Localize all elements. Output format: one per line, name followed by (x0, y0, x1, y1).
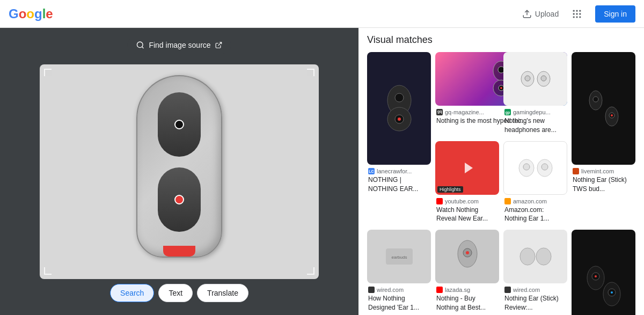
source-favicon (504, 198, 511, 204)
svg-point-1 (576, 10, 578, 11)
product-thumbnail: earbuds (383, 246, 415, 267)
sign-in-button[interactable]: Sign in (595, 5, 635, 23)
visual-matches-title: Visual matches (367, 34, 635, 46)
match-item[interactable]: LC lanecrawfor... NOTHING | NOTHING EAR.… (367, 52, 431, 225)
svg-point-32 (541, 164, 548, 170)
match-item[interactable]: Highlights youtube.com Watch Nothing Rev… (435, 141, 499, 226)
source-favicon (436, 287, 443, 293)
resize-handle-tl[interactable] (44, 69, 52, 76)
matches-grid: LC lanecrawfor... NOTHING | NOTHING EAR.… (367, 52, 635, 315)
match-info: youtube.com Watch Nothing Reveal New Ear… (435, 195, 499, 226)
product-thumbnail (454, 238, 481, 275)
svg-point-14 (398, 118, 401, 121)
source-name: gq-magazine... (445, 109, 484, 115)
source-name: gamingdepu... (513, 109, 551, 115)
match-info: gp gamingdepu... Nothing's new headphone… (503, 106, 567, 137)
svg-point-31 (523, 164, 530, 170)
svg-point-21 (525, 76, 530, 81)
match-title: How Nothing Designed 'Ear 1... (368, 294, 430, 312)
match-item[interactable]: livemint.com Nothing Ear (Stick) TWS bud… (572, 52, 635, 225)
translate-button[interactable]: Translate (197, 284, 248, 302)
match-info: wired.com Nothing Ear (Stick) Review:... (503, 283, 567, 314)
source-name: amazon.com (513, 198, 547, 204)
upload-label: Upload (535, 10, 559, 18)
play-icon (459, 160, 475, 176)
svg-point-11 (395, 93, 404, 102)
product-thumbnail (585, 265, 623, 307)
match-title: NOTHING | NOTHING EAR... (368, 175, 430, 194)
match-info: amazon.com Amazon.com: Nothing Ear 1... (503, 195, 567, 226)
match-source: youtube.com (436, 198, 498, 204)
svg-point-40 (595, 275, 597, 277)
match-info: lazada.sg Nothing - Buy Nothing at Best.… (435, 283, 499, 314)
match-info: livemint.com Nothing Ear (Stick) TWS bud… (572, 165, 635, 196)
svg-marker-33 (465, 163, 473, 173)
svg-point-23 (541, 76, 546, 81)
match-title: Nothing Ear (Stick) TWS bud... (573, 175, 634, 194)
match-source: gp gamingdepu... (504, 109, 566, 115)
match-info: wired.com How Nothing Designed 'Ear 1... (367, 283, 431, 314)
product-thumbnail (517, 246, 554, 267)
match-item[interactable]: wired.com Nothing Ear (Stick) Review:... (503, 230, 567, 314)
product-thumbnail (383, 84, 415, 133)
source-favicon: gp (504, 109, 511, 115)
header-left: Google (9, 6, 53, 21)
uploaded-image-container (40, 64, 319, 279)
svg-point-25 (593, 97, 598, 102)
source-favicon: LC (368, 168, 375, 174)
right-panel: Visual matches LC lane (358, 28, 644, 315)
match-source: wired.com (368, 287, 430, 293)
svg-point-37 (536, 248, 551, 265)
match-title: Nothing Ear (Stick) Review:... (504, 294, 566, 312)
svg-point-3 (573, 13, 575, 14)
match-title: Nothing - Buy Nothing at Best... (436, 294, 498, 312)
match-source: wired.com (504, 287, 566, 293)
svg-point-2 (579, 10, 581, 11)
match-item[interactable]: lazada.sg Nothing - Buy Nothing at Best.… (435, 230, 499, 314)
svg-point-36 (520, 248, 535, 265)
match-source: amazon.com (504, 198, 566, 204)
left-panel: Find image source (0, 28, 358, 315)
source-name: youtube.com (445, 198, 479, 204)
svg-point-19 (500, 87, 502, 89)
source-favicon (504, 287, 511, 293)
product-thumbnail (588, 90, 620, 127)
source-favicon (368, 287, 375, 293)
source-name: lanecrawfor... (377, 168, 412, 174)
resize-handle-bl[interactable] (44, 267, 52, 275)
product-thumbnail (519, 71, 552, 87)
svg-point-4 (576, 13, 578, 14)
match-item[interactable]: amazon.com Amazon.com: Nothing Ear 1... (503, 141, 567, 226)
match-item[interactable]: twitter.com Carl Pei on Twitter: "a long… (572, 230, 635, 315)
match-item[interactable]: gp gamingdepu... Nothing's new headphone… (503, 52, 567, 137)
match-title: Watch Nothing Reveal New Ear... (436, 206, 498, 224)
svg-point-7 (576, 16, 578, 18)
bottom-actions: Search Text Translate (110, 284, 248, 302)
match-title: Nothing's new headphones are... (504, 116, 566, 135)
svg-text:earbuds: earbuds (391, 255, 407, 260)
apps-grid-button[interactable] (567, 4, 587, 24)
match-item[interactable]: earbuds wired.com How Nothing Designed '… (367, 230, 431, 314)
header-right: Upload Sign in (522, 4, 635, 24)
svg-point-28 (611, 114, 613, 116)
product-image (126, 75, 233, 268)
svg-point-6 (573, 16, 575, 18)
resize-handle-tr[interactable] (307, 69, 314, 76)
svg-point-0 (573, 10, 575, 11)
source-favicon: gq (436, 109, 443, 115)
external-link-icon (215, 41, 223, 49)
product-thumbnail (517, 155, 554, 181)
svg-point-46 (466, 251, 469, 254)
resize-handle-br[interactable] (307, 267, 314, 275)
source-favicon (436, 198, 443, 204)
svg-point-43 (611, 291, 613, 294)
google-logo: Google (9, 6, 53, 21)
source-name: wired.com (377, 287, 404, 293)
find-image-source-button[interactable]: Find image source (127, 36, 231, 54)
svg-point-8 (579, 16, 581, 18)
upload-button[interactable]: Upload (522, 9, 559, 19)
text-button[interactable]: Text (158, 284, 193, 302)
search-button[interactable]: Search (110, 284, 154, 302)
header: Google Upload Sign in (0, 0, 644, 28)
match-source: livemint.com (573, 168, 634, 174)
